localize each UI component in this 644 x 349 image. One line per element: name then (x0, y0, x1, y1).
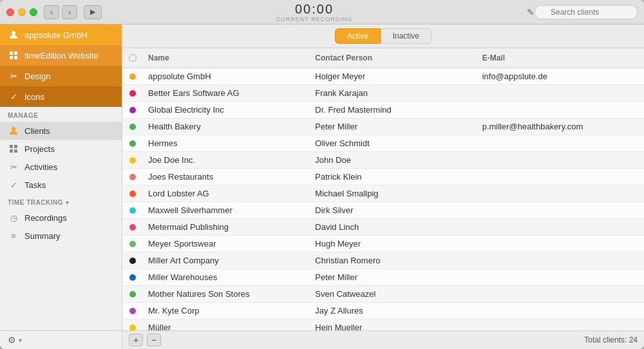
email (477, 275, 644, 280)
email (477, 292, 644, 297)
table-row[interactable]: Health BakeryPeter Millerp.miller@health… (122, 118, 644, 135)
row-dot-cell (122, 88, 143, 99)
sidebar-item-timeedition[interactable]: timeEdition Website (0, 45, 122, 66)
main-layout: appsolute GmbH timeEdition Website ✂ Des… (0, 24, 644, 349)
table-row[interactable]: Miller WarehousesPeter Miller (122, 269, 644, 286)
sidebar-label-design: Design (24, 71, 50, 81)
status-dot (129, 157, 136, 164)
client-name: Global Electricity Inc (143, 102, 310, 117)
table-row[interactable]: Metermaid PublishingDavid Linch (122, 219, 644, 236)
row-dot-cell (122, 205, 143, 216)
settings-button[interactable]: ⚙ ▾ (0, 330, 122, 349)
table-row[interactable]: Maxwell SilverhammerDirk Silver (122, 202, 644, 219)
email (477, 108, 644, 113)
tasks-icon: ✓ (8, 179, 19, 191)
table-row[interactable]: Better Ears Software AGFrank Karajan (122, 85, 644, 102)
edit-button[interactable]: ✎ (527, 7, 535, 17)
forward-button[interactable]: › (62, 5, 77, 19)
total-clients: Total clients: 24 (584, 335, 638, 344)
client-name: Better Ears Software AG (143, 86, 310, 100)
table-row[interactable]: MüllerHein Mueller (122, 319, 644, 330)
table-row[interactable]: Global Electricity IncDr. Fred Mastermin… (122, 102, 644, 118)
back-button[interactable]: ‹ (44, 5, 59, 19)
play-button[interactable]: ▶ (84, 5, 102, 19)
sidebar: appsolute GmbH timeEdition Website ✂ Des… (0, 24, 122, 349)
email (477, 225, 644, 230)
add-client-button[interactable]: + (129, 334, 143, 346)
recordings-icon: ◷ (8, 212, 19, 223)
email: info@appslute.de (477, 69, 644, 84)
sidebar-item-tasks[interactable]: ✓ Tasks (0, 176, 122, 194)
contact-person: Dr. Fred Mastermind (310, 102, 477, 117)
status-dot (129, 325, 136, 331)
table-row[interactable]: HermesOliver Schmidt (122, 135, 644, 152)
sidebar-label-icons: Icons (24, 92, 44, 102)
status-dot (129, 90, 136, 97)
email (477, 191, 644, 196)
row-dot-cell (122, 272, 143, 283)
sidebar-item-clients[interactable]: Clients (0, 122, 122, 140)
client-name: Mother Natures Son Stores (143, 287, 310, 301)
tab-active[interactable]: Active (335, 28, 381, 44)
client-name: Miller Warehouses (143, 270, 310, 285)
maximize-button[interactable] (30, 8, 37, 16)
settings-chevron: ▾ (19, 337, 22, 344)
close-button[interactable] (6, 8, 14, 16)
svg-rect-4 (14, 56, 17, 59)
table-row[interactable]: Lord Lobster AGMichael Smallpig (122, 185, 644, 202)
person-icon (8, 29, 19, 41)
contact-person: David Linch (310, 220, 477, 234)
client-name: Joes Restaurants (143, 169, 310, 184)
email (477, 308, 644, 314)
table-row[interactable]: Miller Art CompanyChristian Romero (122, 252, 644, 269)
contact-person: Oliver Schmidt (310, 136, 477, 151)
sidebar-item-projects[interactable]: Projects (0, 140, 122, 158)
sidebar-item-summary[interactable]: ≡ Summary (0, 227, 122, 245)
minimize-button[interactable] (18, 8, 26, 16)
client-name: Mr. Kyte Corp (143, 303, 310, 318)
table-row[interactable]: Joe Doe Inc.John Doe (122, 152, 644, 169)
sidebar-item-appsolute[interactable]: appsolute GmbH (0, 24, 122, 45)
svg-rect-2 (14, 52, 17, 55)
client-name: Müller (143, 320, 310, 330)
contact-person: Frank Karajan (310, 86, 477, 100)
client-name: Maxwell Silverhammer (143, 203, 310, 218)
email (477, 141, 644, 146)
row-dot-cell (122, 255, 143, 267)
client-name: appsolute GmbH (143, 69, 310, 84)
table-row[interactable]: appsolute GmbHHolger Meyerinfo@appslute.… (122, 68, 644, 85)
row-dot-cell (122, 288, 143, 300)
sidebar-item-design[interactable]: ✂ Design (0, 66, 122, 86)
client-name: Joe Doe Inc. (143, 153, 310, 167)
status-dot (129, 124, 136, 130)
svg-rect-7 (14, 145, 17, 148)
remove-client-button[interactable]: − (147, 334, 161, 346)
row-dot-cell (122, 171, 143, 183)
recording-display: 00:00 CURRENT RECORDING (102, 2, 527, 23)
status-dot (129, 258, 136, 264)
nav-controls: ‹ › (44, 5, 77, 19)
client-name: Health Bakery (143, 119, 310, 134)
contact-person: John Doe (310, 153, 477, 167)
sidebar-item-icons[interactable]: ✓ Icons (0, 86, 122, 107)
status-dot (129, 140, 136, 147)
sidebar-item-activities[interactable]: ✂ Activities (0, 158, 122, 176)
table-row[interactable]: Mother Natures Son StoresSven Catweazel (122, 286, 644, 303)
row-dot-cell (122, 238, 143, 250)
activities-label: Activities (24, 162, 57, 172)
app-window: ‹ › ▶ 00:00 CURRENT RECORDING ✎ 🔍 (0, 0, 644, 349)
client-name: Lord Lobster AG (143, 186, 310, 201)
table-footer: + − Total clients: 24 (122, 330, 644, 349)
sidebar-item-recordings[interactable]: ◷ Recordings (0, 209, 122, 227)
svg-point-5 (12, 127, 15, 131)
search-input[interactable] (535, 5, 638, 19)
client-name: Meyer Sportswear (143, 236, 310, 251)
table-row[interactable]: Meyer SportswearHugh Meyer (122, 236, 644, 252)
header-dot (122, 51, 143, 65)
tab-inactive[interactable]: Inactive (381, 28, 431, 44)
row-dot-cell (122, 104, 143, 116)
email: p.miller@healthbakery.com (477, 119, 644, 134)
table-row[interactable]: Joes RestaurantsPatrick Klein (122, 169, 644, 185)
table-body: appsolute GmbHHolger Meyerinfo@appslute.… (122, 68, 644, 330)
table-row[interactable]: Mr. Kyte CorpJay Z Allures (122, 303, 644, 319)
